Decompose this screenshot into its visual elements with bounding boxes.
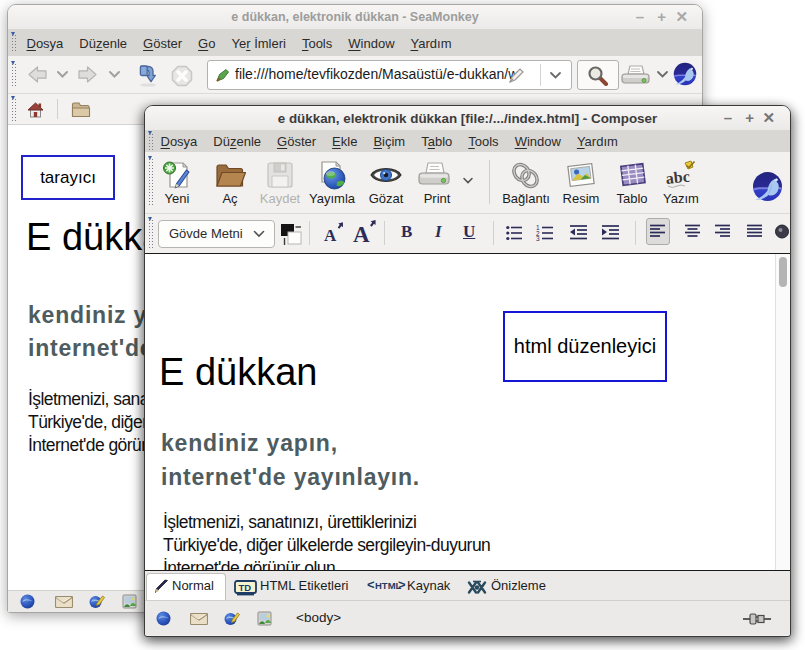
svg-text:TD: TD: [239, 582, 252, 593]
svg-text:3: 3: [536, 235, 540, 241]
svg-text:abc: abc: [665, 167, 691, 186]
svg-text:A: A: [324, 226, 337, 244]
svg-text:A: A: [353, 222, 370, 245]
